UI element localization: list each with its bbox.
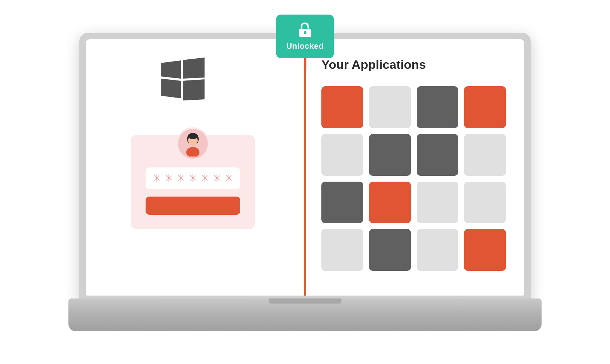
svg-rect-10 xyxy=(186,149,199,157)
right-panel: Your Applications xyxy=(300,39,524,296)
app-tile[interactable] xyxy=(369,134,411,176)
avatar xyxy=(177,127,209,160)
app-tile[interactable] xyxy=(321,86,363,128)
windows-logo xyxy=(157,58,208,101)
badge-box: Unlocked xyxy=(276,15,334,58)
login-button[interactable] xyxy=(146,197,240,215)
password-dot: ✳ xyxy=(177,173,185,183)
app-tile[interactable] xyxy=(369,229,411,271)
password-dot: ✳ xyxy=(189,173,197,183)
app-tile[interactable] xyxy=(464,86,506,128)
laptop-notch xyxy=(269,298,341,304)
apps-title: Your Applications xyxy=(321,58,506,72)
password-dot: ✳ xyxy=(225,173,233,183)
svg-marker-2 xyxy=(161,60,181,79)
left-panel: ✳ ✳ ✳ ✳ ✳ ✳ ✳ xyxy=(86,39,300,296)
app-tile[interactable] xyxy=(464,229,506,271)
password-dot: ✳ xyxy=(152,173,161,183)
laptop-screen-frame: ✳ ✳ ✳ ✳ ✳ ✳ ✳ xyxy=(79,33,531,302)
scene: Unlocked xyxy=(50,18,560,346)
unlocked-badge: Unlocked xyxy=(276,15,334,69)
svg-rect-1 xyxy=(304,31,306,34)
app-tile[interactable] xyxy=(321,229,363,271)
login-card: ✳ ✳ ✳ ✳ ✳ ✳ ✳ xyxy=(131,135,255,229)
app-tile[interactable] xyxy=(369,182,411,223)
app-tile[interactable] xyxy=(417,86,459,128)
app-tile[interactable] xyxy=(464,182,506,223)
windows-logo-svg xyxy=(157,58,208,101)
laptop-screen: ✳ ✳ ✳ ✳ ✳ ✳ ✳ xyxy=(86,39,524,296)
user-avatar-icon xyxy=(180,131,206,157)
app-tile[interactable] xyxy=(417,134,459,176)
app-tile[interactable] xyxy=(369,86,411,128)
svg-point-8 xyxy=(188,133,198,139)
svg-marker-3 xyxy=(183,58,205,79)
badge-label: Unlocked xyxy=(286,41,324,51)
password-dot: ✳ xyxy=(213,173,221,183)
app-tile[interactable] xyxy=(464,134,506,176)
unlock-icon xyxy=(296,20,314,39)
password-dot: ✳ xyxy=(165,173,173,183)
app-tile[interactable] xyxy=(417,182,459,223)
app-tile[interactable] xyxy=(321,134,363,176)
screen-divider xyxy=(304,39,306,296)
password-dot: ✳ xyxy=(201,173,209,183)
laptop: Unlocked xyxy=(68,33,542,331)
app-tile[interactable] xyxy=(417,229,459,271)
svg-marker-5 xyxy=(183,79,205,100)
laptop-base xyxy=(68,298,542,331)
badge-stem xyxy=(304,58,306,69)
password-field[interactable]: ✳ ✳ ✳ ✳ ✳ ✳ ✳ xyxy=(146,167,240,189)
app-tile[interactable] xyxy=(321,182,363,223)
svg-marker-4 xyxy=(161,79,181,98)
apps-grid xyxy=(321,86,506,271)
